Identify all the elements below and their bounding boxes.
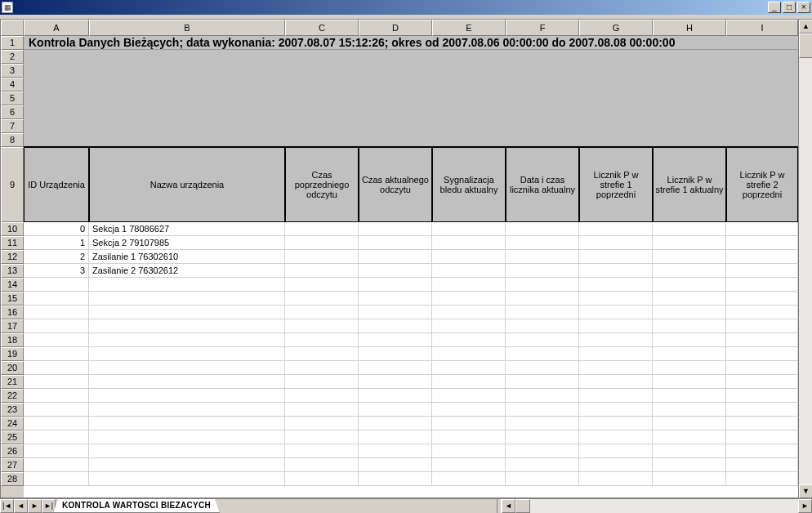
cell[interactable] xyxy=(285,319,359,332)
cell[interactable] xyxy=(726,250,798,263)
row-header[interactable]: 3 xyxy=(1,64,24,78)
table-row[interactable] xyxy=(24,403,798,417)
cell[interactable] xyxy=(653,472,726,485)
cell[interactable] xyxy=(653,222,726,235)
cell[interactable] xyxy=(579,430,653,444)
cell[interactable] xyxy=(506,292,579,305)
report-title-cell[interactable]: Kontrola Danych Bieżących; data wykonani… xyxy=(24,36,798,50)
table-row[interactable]: 0Sekcja 1 78086627 xyxy=(24,222,798,236)
table-row[interactable] xyxy=(24,278,798,292)
cell[interactable] xyxy=(432,333,506,346)
row-header[interactable]: 17 xyxy=(1,319,24,333)
cell[interactable] xyxy=(89,361,285,374)
table-row[interactable] xyxy=(24,430,798,444)
cell[interactable] xyxy=(285,306,359,319)
row-header[interactable]: 5 xyxy=(1,91,24,105)
cell[interactable] xyxy=(653,444,726,457)
row-header[interactable]: 23 xyxy=(1,403,24,417)
cell[interactable] xyxy=(579,403,653,416)
cell[interactable] xyxy=(653,250,726,263)
table-row[interactable] xyxy=(24,389,798,403)
horizontal-scrollbar[interactable]: ◄ ► xyxy=(502,499,812,513)
spreadsheet-grid[interactable]: ABCDEFGHI 123456789101112131415161718192… xyxy=(0,20,799,498)
cell[interactable] xyxy=(432,347,506,360)
cell[interactable] xyxy=(359,333,432,346)
row-header[interactable]: 4 xyxy=(1,78,24,91)
nav-last-button[interactable]: ►| xyxy=(42,499,56,513)
table-header-cell[interactable]: Data i czas licznika aktualny xyxy=(506,147,579,222)
cell[interactable] xyxy=(579,264,653,277)
cell[interactable] xyxy=(432,319,506,332)
row-header[interactable]: 10 xyxy=(1,222,24,236)
cell[interactable] xyxy=(579,278,653,291)
cell[interactable] xyxy=(432,403,506,416)
cell[interactable] xyxy=(726,458,798,471)
cell[interactable] xyxy=(24,319,89,332)
column-header-A[interactable]: A xyxy=(24,20,89,36)
hscroll-track[interactable] xyxy=(515,499,798,513)
column-header-I[interactable]: I xyxy=(726,20,798,36)
cell[interactable] xyxy=(89,458,285,471)
cell[interactable] xyxy=(24,292,89,305)
cell[interactable] xyxy=(24,458,89,471)
cell[interactable] xyxy=(506,361,579,374)
cell[interactable] xyxy=(359,403,432,416)
cell[interactable] xyxy=(653,403,726,416)
cell[interactable] xyxy=(432,306,506,319)
cell[interactable] xyxy=(285,250,359,263)
cell[interactable] xyxy=(285,236,359,249)
row-header[interactable]: 1 xyxy=(1,36,24,50)
cell[interactable] xyxy=(432,250,506,263)
cell[interactable] xyxy=(89,403,285,416)
cell[interactable] xyxy=(359,306,432,319)
cell[interactable] xyxy=(653,333,726,346)
cell[interactable] xyxy=(432,222,506,235)
cell[interactable] xyxy=(432,375,506,388)
cell[interactable] xyxy=(579,250,653,263)
row-header[interactable]: 20 xyxy=(1,361,24,375)
nav-next-button[interactable]: ► xyxy=(28,499,42,513)
cell[interactable] xyxy=(653,236,726,249)
select-all-corner[interactable] xyxy=(1,20,24,36)
row-header[interactable]: 14 xyxy=(1,278,24,292)
cell[interactable] xyxy=(506,222,579,235)
cell[interactable] xyxy=(285,292,359,305)
cell[interactable] xyxy=(726,361,798,374)
row-header[interactable]: 7 xyxy=(1,119,24,133)
cell[interactable] xyxy=(432,472,506,485)
row-header[interactable]: 8 xyxy=(1,133,24,147)
cell[interactable] xyxy=(653,458,726,471)
cell[interactable] xyxy=(579,375,653,388)
cell[interactable] xyxy=(579,319,653,332)
row-header[interactable]: 15 xyxy=(1,292,24,306)
scroll-up-button[interactable]: ▲ xyxy=(799,20,812,33)
row-header[interactable]: 2 xyxy=(1,50,24,64)
table-row[interactable] xyxy=(24,347,798,361)
cell[interactable] xyxy=(579,361,653,374)
cell[interactable] xyxy=(653,417,726,430)
row-header[interactable]: 25 xyxy=(1,430,24,444)
table-row[interactable] xyxy=(24,361,798,375)
cell[interactable] xyxy=(285,417,359,430)
cell[interactable] xyxy=(89,347,285,360)
cell[interactable] xyxy=(726,222,798,235)
cell[interactable] xyxy=(359,458,432,471)
table-row[interactable] xyxy=(24,333,798,347)
cell[interactable]: Sekcja 2 79107985 xyxy=(89,236,285,249)
cell[interactable] xyxy=(726,278,798,291)
cell[interactable] xyxy=(506,250,579,263)
row-header[interactable]: 9 xyxy=(1,147,24,222)
cell[interactable] xyxy=(285,375,359,388)
row-header[interactable]: 11 xyxy=(1,236,24,250)
cell[interactable] xyxy=(89,389,285,402)
cell[interactable] xyxy=(506,417,579,430)
row-header[interactable]: 18 xyxy=(1,333,24,347)
cell[interactable] xyxy=(432,236,506,249)
cell[interactable]: Zasilanie 1 76302610 xyxy=(89,250,285,263)
cell[interactable] xyxy=(359,389,432,402)
cell[interactable] xyxy=(24,472,89,485)
cell[interactable] xyxy=(579,458,653,471)
cell[interactable] xyxy=(24,444,89,457)
column-header-B[interactable]: B xyxy=(89,20,285,36)
row-header[interactable]: 26 xyxy=(1,444,24,458)
